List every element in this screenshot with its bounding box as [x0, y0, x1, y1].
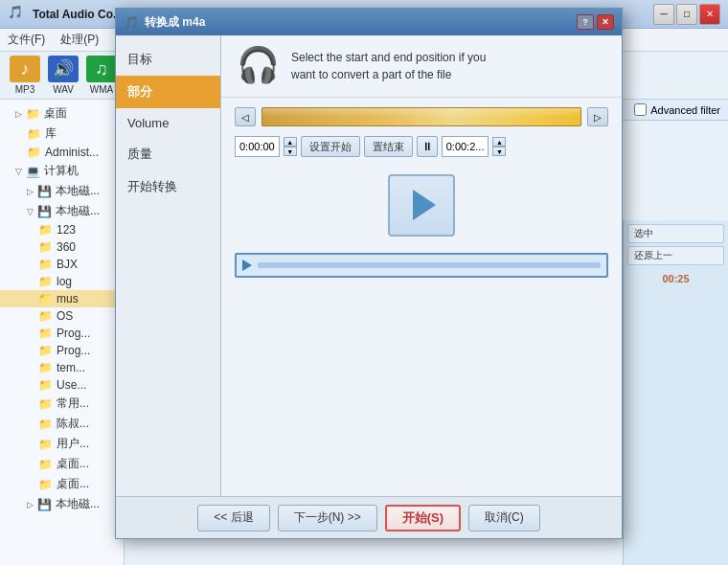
tree-item-common[interactable]: 📁 常用... [0, 394, 124, 414]
tree-item-desktop[interactable]: ▷ 📁 桌面 [0, 103, 124, 124]
tree-item-disk3[interactable]: ▷ 💾 本地磁... [0, 494, 124, 514]
nav-quality[interactable]: 质量 [116, 138, 220, 170]
tree-label: 本地磁... [56, 203, 100, 219]
dialog-controls: ? ✕ [577, 14, 614, 30]
wma-icon: ♫ [86, 56, 117, 82]
folder-icon: 📁 [38, 397, 53, 411]
progress-indicator-icon [242, 260, 252, 271]
tree-item-computer[interactable]: ▽ 💻 计算机 [0, 161, 124, 181]
folder-icon: 📁 [38, 258, 53, 271]
folder-icon: 📁 [38, 344, 53, 357]
tree-item-use[interactable]: 📁 Use... [0, 376, 124, 394]
spinner-up-end[interactable]: ▲ [492, 137, 506, 147]
folder-icon: 📁 [26, 107, 40, 121]
tree-label: 库 [45, 125, 57, 142]
tree-item-desk2[interactable]: 📁 桌面... [0, 474, 124, 494]
timeline-bar[interactable] [262, 107, 581, 126]
toolbar-wma[interactable]: ♫ WMA [86, 56, 117, 95]
dialog-content-area: 🎧 Select the start and end position if y… [221, 35, 622, 496]
folder-icon: 📁 [38, 240, 53, 254]
tree-label: 本地磁... [56, 183, 100, 199]
tree-item-user[interactable]: 📁 用户... [0, 434, 124, 454]
tree-item-log[interactable]: 📁 log [0, 273, 124, 290]
spinner-down[interactable]: ▼ [284, 147, 297, 156]
play-triangle-icon [413, 190, 436, 220]
dialog-nav: 目标 部分 Volume 质量 开始转换 [116, 35, 221, 496]
nav-target[interactable]: 目标 [116, 43, 220, 76]
tree-label: 用户... [57, 436, 89, 452]
minimize-button[interactable]: ─ [653, 4, 674, 25]
set-end-button[interactable]: 置结束 [364, 136, 413, 157]
advanced-filter-area: Advanced filter [634, 103, 728, 116]
folder-icon: 📁 [27, 127, 41, 141]
pause-button[interactable]: ⏸ [417, 136, 438, 157]
headphones-icon: 🎧 [237, 45, 280, 85]
folder-icon: 📁 [27, 146, 41, 159]
timeline-forward-button[interactable]: ▷ [587, 107, 608, 126]
disk-icon: 💾 [37, 185, 52, 198]
tree-label: 桌面... [57, 476, 89, 492]
wav-icon: 🔊 [48, 56, 79, 82]
header-description: Select the start and end position if you… [291, 49, 486, 83]
titlebar-controls: ─ □ ✕ [653, 4, 720, 25]
folder-icon: 📁 [38, 361, 53, 374]
tree-label: mus [57, 292, 79, 305]
folder-icon: 📁 [38, 223, 53, 237]
content-header: 🎧 Select the start and end position if y… [221, 35, 622, 98]
back-button[interactable]: << 后退 [197, 505, 269, 531]
tree-item-disk2[interactable]: ▽ 💾 本地磁... [0, 201, 124, 221]
toolbar-wav[interactable]: 🔊 WAV [48, 56, 79, 95]
time-start-spinner[interactable]: ▲ ▼ [284, 137, 297, 156]
cancel-button[interactable]: 取消(C) [468, 505, 540, 531]
folder-icon: 📁 [38, 438, 53, 451]
nav-start-convert[interactable]: 开始转换 [116, 170, 220, 203]
dialog-help-button[interactable]: ? [577, 14, 594, 30]
menu-process[interactable]: 处理(P) [60, 32, 99, 48]
tree-item-disk1[interactable]: ▷ 💾 本地磁... [0, 181, 124, 201]
tree-item-123[interactable]: 📁 123 [0, 221, 124, 238]
close-button[interactable]: ✕ [699, 4, 720, 25]
set-start-button[interactable]: 设置开始 [301, 136, 360, 157]
dialog-icon: 🎵 [124, 15, 139, 30]
advanced-filter-checkbox[interactable] [634, 103, 647, 116]
time-end-spinner[interactable]: ▲ ▼ [492, 137, 506, 156]
timeline-back-button[interactable]: ◁ [235, 107, 256, 126]
badge-restore: 还原上一 [627, 246, 724, 265]
spinner-down-end[interactable]: ▼ [492, 147, 506, 156]
toolbar-mp3[interactable]: ♪ MP3 [10, 56, 40, 95]
tree-label: tem... [57, 361, 85, 374]
tree-label: 陈叔... [57, 416, 89, 432]
nav-parts[interactable]: 部分 [116, 76, 220, 108]
progress-bar[interactable] [235, 253, 608, 278]
tree-item-admin[interactable]: 📁 Administ... [0, 144, 124, 161]
tree-label: 常用... [57, 396, 89, 412]
dialog-close-button[interactable]: ✕ [597, 14, 614, 30]
tree-item-bjx[interactable]: 📁 BJX [0, 256, 124, 273]
computer-icon: 💻 [26, 165, 40, 178]
tree-item-lib[interactable]: 📁 库 [0, 124, 124, 144]
tree-label: log [57, 275, 72, 288]
app-icon: 🎵 [8, 5, 27, 24]
app-title: Total Audio Co... [33, 8, 123, 21]
tree-label: 桌面... [57, 456, 89, 472]
play-button[interactable] [388, 174, 455, 237]
tree-item-mus[interactable]: 📁 mus [0, 290, 124, 307]
file-tree: ▷ 📁 桌面 📁 库 📁 Administ... ▽ 💻 计算机 ▷ 💾 本地磁… [0, 100, 125, 565]
mp3-icon: ♪ [10, 56, 40, 82]
tree-item-chen[interactable]: 📁 陈叔... [0, 414, 124, 434]
tree-item-prog2[interactable]: 📁 Prog... [0, 342, 124, 359]
maximize-button[interactable]: □ [676, 4, 697, 25]
spinner-up[interactable]: ▲ [284, 137, 297, 147]
tree-item-tem[interactable]: 📁 tem... [0, 359, 124, 376]
nav-volume[interactable]: Volume [116, 108, 220, 138]
menu-file[interactable]: 文件(F) [8, 32, 45, 48]
tree-item-prog1[interactable]: 📁 Prog... [0, 325, 124, 342]
tree-label: Prog... [57, 327, 90, 340]
wav-label: WAV [53, 84, 74, 95]
next-button[interactable]: 下一步(N) >> [278, 505, 377, 531]
start-button[interactable]: 开始(S) [385, 505, 461, 531]
tree-item-360[interactable]: 📁 360 [0, 238, 124, 256]
tree-item-os[interactable]: 📁 OS [0, 307, 124, 325]
tree-label: Prog... [57, 344, 90, 357]
tree-item-desk1[interactable]: 📁 桌面... [0, 454, 124, 474]
